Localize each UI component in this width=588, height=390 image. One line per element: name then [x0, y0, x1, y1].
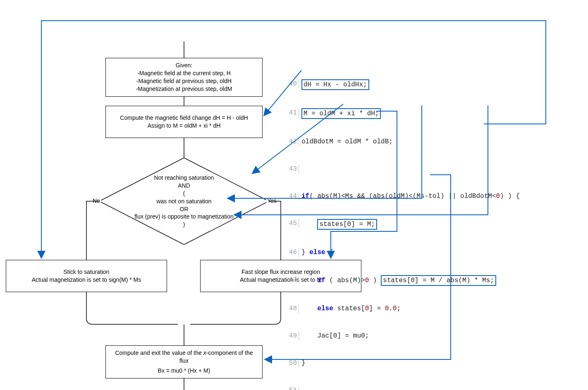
dec-l5: OR: [108, 205, 261, 213]
boxed-code-47: states[0] = M / abs(M) * Ms;: [381, 275, 496, 286]
code-line-42: 42 oldBdotM = oldM * oldB;: [285, 137, 520, 146]
yes-label: Yes: [266, 197, 277, 204]
dec-l2: AND: [108, 182, 261, 190]
code-text: else states[0] = 0.0;: [301, 304, 401, 313]
dec-l4: was not on saturation: [108, 197, 261, 205]
code-line-46: 46 } else {: [285, 248, 520, 257]
line-number: 43: [285, 164, 299, 174]
compute-l2: Assign to M = oldM + xi * dH: [148, 122, 221, 130]
code-line-50: 50 }: [285, 359, 520, 368]
line-number: 48: [285, 304, 299, 313]
compute-l1: Compute the magnetic field change dH = H…: [120, 114, 248, 122]
line-number: 40: [285, 79, 299, 88]
boxed-code-41: M = oldM + xi * dH;: [301, 108, 381, 119]
decision-text: Not reaching saturation AND ( was not on…: [108, 174, 261, 228]
line-number: 44: [285, 192, 299, 201]
given-l2: -Magnetic field at previous step, oldH: [136, 77, 232, 85]
diagram-canvas: Given: -Magnetic field at the current st…: [0, 0, 588, 390]
code-text: Jac[0] = mu0;: [301, 331, 369, 340]
exit-l1: Compute and exit the value of the x-comp…: [110, 349, 258, 365]
given-l1: -Magnetic field at the current step, H: [137, 69, 231, 77]
exit-box: Compute and exit the value of the x-comp…: [105, 345, 263, 378]
code-text: if( abs(M)<Ms && (abs(oldM)<(Ms-tol) || …: [301, 192, 520, 201]
line-number: 45: [285, 219, 299, 228]
code-text: if ( abs(M)>0 ) states[0] = M / abs(M) *…: [301, 275, 496, 286]
code-block: 40 dH = Hx - oldHx; 41 M = oldM + xi * d…: [285, 61, 520, 390]
line-number: 46: [285, 248, 299, 257]
no-branch-box: Stick to saturation Actual magnetization…: [6, 260, 167, 292]
code-line-49: 49 Jac[0] = mu0;: [285, 331, 520, 340]
boxed-code-40: dH = Hx - oldHx;: [301, 79, 369, 90]
code-line-41: 41 M = oldM + xi * dH;: [285, 108, 520, 119]
exit-l1b: x: [203, 350, 206, 356]
dec-l1: Not reaching saturation: [108, 174, 261, 182]
boxed-code-45: states[0] = M;: [317, 219, 377, 230]
no-label: No: [92, 197, 101, 204]
dec-l3: (: [108, 190, 261, 197]
dec-l6: flux (prev) is opposite to magnetization: [108, 213, 261, 221]
decision-diamond: Not reaching saturation AND ( was not on…: [99, 158, 269, 245]
given-box: Given: -Magnetic field at the current st…: [105, 58, 263, 97]
compute-box: Compute the magnetic field change dH = H…: [105, 106, 263, 138]
line-number: 49: [285, 331, 299, 340]
given-l3: -Magnetization at previous step, oldM: [136, 85, 232, 93]
dec-l7: ): [108, 221, 261, 228]
given-title: Given:: [176, 62, 192, 69]
code-line-45: 45 states[0] = M;: [285, 219, 520, 230]
code-line-51: 51: [285, 386, 520, 390]
line-number: 42: [285, 137, 299, 146]
code-text: }: [301, 359, 306, 368]
no-l2: Actual magnetization is set to sign(M) *…: [32, 276, 141, 284]
code-line-40: 40 dH = Hx - oldHx;: [285, 79, 520, 90]
exit-l1a: Compute and exit the value of the: [115, 350, 203, 356]
line-number: 41: [285, 108, 299, 117]
code-line-48: 48 else states[0] = 0.0;: [285, 304, 520, 313]
code-line-43: 43: [285, 164, 520, 174]
code-text: [301, 164, 306, 174]
code-line-47: 47 if ( abs(M)>0 ) states[0] = M / abs(M…: [285, 275, 520, 286]
no-l1: Stick to saturation: [63, 268, 109, 276]
line-number: 51: [285, 386, 299, 390]
code-text: [301, 386, 306, 390]
line-number: 47: [285, 275, 299, 284]
code-line-44: 44 if( abs(M)<Ms && (abs(oldM)<(Ms-tol) …: [285, 192, 520, 201]
line-number: 50: [285, 359, 299, 368]
exit-l2: Bx = mu0 * (Hx + M): [158, 367, 210, 375]
code-text: } else {: [301, 248, 333, 257]
code-text: oldBdotM = oldM * oldB;: [301, 137, 393, 146]
